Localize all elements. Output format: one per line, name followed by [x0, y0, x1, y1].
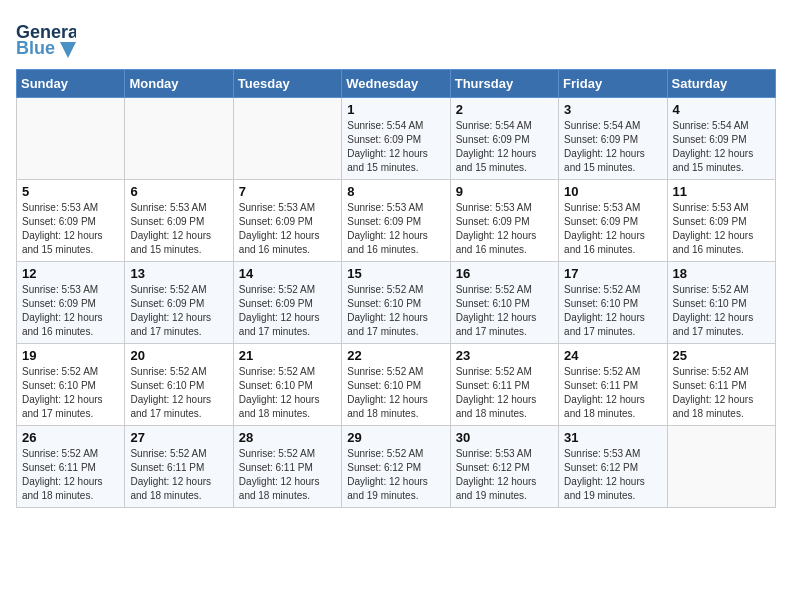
cell-info: Sunrise: 5:52 AM Sunset: 6:10 PM Dayligh…	[239, 365, 336, 421]
cell-info: Sunrise: 5:53 AM Sunset: 6:09 PM Dayligh…	[22, 283, 119, 339]
calendar-cell: 12Sunrise: 5:53 AM Sunset: 6:09 PM Dayli…	[17, 262, 125, 344]
day-number: 11	[673, 184, 770, 199]
day-number: 20	[130, 348, 227, 363]
day-number: 7	[239, 184, 336, 199]
cell-info: Sunrise: 5:52 AM Sunset: 6:11 PM Dayligh…	[130, 447, 227, 503]
day-number: 28	[239, 430, 336, 445]
day-header-saturday: Saturday	[667, 70, 775, 98]
day-number: 14	[239, 266, 336, 281]
day-number: 10	[564, 184, 661, 199]
day-number: 15	[347, 266, 444, 281]
day-number: 18	[673, 266, 770, 281]
cell-info: Sunrise: 5:52 AM Sunset: 6:10 PM Dayligh…	[564, 283, 661, 339]
cell-info: Sunrise: 5:53 AM Sunset: 6:09 PM Dayligh…	[239, 201, 336, 257]
calendar-cell: 7Sunrise: 5:53 AM Sunset: 6:09 PM Daylig…	[233, 180, 341, 262]
cell-info: Sunrise: 5:53 AM Sunset: 6:09 PM Dayligh…	[673, 201, 770, 257]
calendar-cell: 9Sunrise: 5:53 AM Sunset: 6:09 PM Daylig…	[450, 180, 558, 262]
calendar-cell: 23Sunrise: 5:52 AM Sunset: 6:11 PM Dayli…	[450, 344, 558, 426]
cell-info: Sunrise: 5:53 AM Sunset: 6:09 PM Dayligh…	[564, 201, 661, 257]
calendar-cell: 30Sunrise: 5:53 AM Sunset: 6:12 PM Dayli…	[450, 426, 558, 508]
cell-info: Sunrise: 5:52 AM Sunset: 6:11 PM Dayligh…	[239, 447, 336, 503]
logo: General Blue	[16, 16, 76, 61]
calendar-cell	[17, 98, 125, 180]
cell-info: Sunrise: 5:52 AM Sunset: 6:11 PM Dayligh…	[564, 365, 661, 421]
calendar-cell	[233, 98, 341, 180]
cell-info: Sunrise: 5:52 AM Sunset: 6:10 PM Dayligh…	[130, 365, 227, 421]
calendar-week-1: 1Sunrise: 5:54 AM Sunset: 6:09 PM Daylig…	[17, 98, 776, 180]
cell-info: Sunrise: 5:52 AM Sunset: 6:10 PM Dayligh…	[456, 283, 553, 339]
calendar-cell	[667, 426, 775, 508]
svg-marker-2	[60, 42, 76, 58]
calendar-cell: 5Sunrise: 5:53 AM Sunset: 6:09 PM Daylig…	[17, 180, 125, 262]
calendar-cell: 17Sunrise: 5:52 AM Sunset: 6:10 PM Dayli…	[559, 262, 667, 344]
calendar-cell: 21Sunrise: 5:52 AM Sunset: 6:10 PM Dayli…	[233, 344, 341, 426]
calendar-cell: 2Sunrise: 5:54 AM Sunset: 6:09 PM Daylig…	[450, 98, 558, 180]
day-number: 9	[456, 184, 553, 199]
cell-info: Sunrise: 5:52 AM Sunset: 6:12 PM Dayligh…	[347, 447, 444, 503]
calendar-cell: 10Sunrise: 5:53 AM Sunset: 6:09 PM Dayli…	[559, 180, 667, 262]
calendar-cell: 27Sunrise: 5:52 AM Sunset: 6:11 PM Dayli…	[125, 426, 233, 508]
calendar-cell: 18Sunrise: 5:52 AM Sunset: 6:10 PM Dayli…	[667, 262, 775, 344]
calendar-cell: 26Sunrise: 5:52 AM Sunset: 6:11 PM Dayli…	[17, 426, 125, 508]
calendar-cell: 8Sunrise: 5:53 AM Sunset: 6:09 PM Daylig…	[342, 180, 450, 262]
day-header-tuesday: Tuesday	[233, 70, 341, 98]
logo-icon: General Blue	[16, 16, 76, 61]
day-header-thursday: Thursday	[450, 70, 558, 98]
cell-info: Sunrise: 5:54 AM Sunset: 6:09 PM Dayligh…	[347, 119, 444, 175]
calendar-cell: 11Sunrise: 5:53 AM Sunset: 6:09 PM Dayli…	[667, 180, 775, 262]
cell-info: Sunrise: 5:52 AM Sunset: 6:11 PM Dayligh…	[22, 447, 119, 503]
calendar-cell: 19Sunrise: 5:52 AM Sunset: 6:10 PM Dayli…	[17, 344, 125, 426]
calendar-cell: 15Sunrise: 5:52 AM Sunset: 6:10 PM Dayli…	[342, 262, 450, 344]
calendar-cell: 24Sunrise: 5:52 AM Sunset: 6:11 PM Dayli…	[559, 344, 667, 426]
cell-info: Sunrise: 5:53 AM Sunset: 6:09 PM Dayligh…	[456, 201, 553, 257]
day-number: 17	[564, 266, 661, 281]
day-number: 12	[22, 266, 119, 281]
day-number: 16	[456, 266, 553, 281]
day-number: 26	[22, 430, 119, 445]
day-number: 6	[130, 184, 227, 199]
cell-info: Sunrise: 5:52 AM Sunset: 6:10 PM Dayligh…	[22, 365, 119, 421]
calendar-week-4: 19Sunrise: 5:52 AM Sunset: 6:10 PM Dayli…	[17, 344, 776, 426]
cell-info: Sunrise: 5:54 AM Sunset: 6:09 PM Dayligh…	[456, 119, 553, 175]
cell-info: Sunrise: 5:53 AM Sunset: 6:09 PM Dayligh…	[130, 201, 227, 257]
calendar-table: SundayMondayTuesdayWednesdayThursdayFrid…	[16, 69, 776, 508]
day-number: 30	[456, 430, 553, 445]
cell-info: Sunrise: 5:53 AM Sunset: 6:12 PM Dayligh…	[564, 447, 661, 503]
calendar-cell: 22Sunrise: 5:52 AM Sunset: 6:10 PM Dayli…	[342, 344, 450, 426]
calendar-week-5: 26Sunrise: 5:52 AM Sunset: 6:11 PM Dayli…	[17, 426, 776, 508]
day-number: 3	[564, 102, 661, 117]
cell-info: Sunrise: 5:53 AM Sunset: 6:12 PM Dayligh…	[456, 447, 553, 503]
day-number: 21	[239, 348, 336, 363]
cell-info: Sunrise: 5:53 AM Sunset: 6:09 PM Dayligh…	[22, 201, 119, 257]
day-number: 13	[130, 266, 227, 281]
calendar-header: SundayMondayTuesdayWednesdayThursdayFrid…	[17, 70, 776, 98]
calendar-body: 1Sunrise: 5:54 AM Sunset: 6:09 PM Daylig…	[17, 98, 776, 508]
calendar-cell: 16Sunrise: 5:52 AM Sunset: 6:10 PM Dayli…	[450, 262, 558, 344]
day-number: 27	[130, 430, 227, 445]
day-number: 1	[347, 102, 444, 117]
cell-info: Sunrise: 5:52 AM Sunset: 6:11 PM Dayligh…	[673, 365, 770, 421]
day-number: 29	[347, 430, 444, 445]
day-number: 8	[347, 184, 444, 199]
calendar-cell: 3Sunrise: 5:54 AM Sunset: 6:09 PM Daylig…	[559, 98, 667, 180]
cell-info: Sunrise: 5:52 AM Sunset: 6:09 PM Dayligh…	[239, 283, 336, 339]
cell-info: Sunrise: 5:52 AM Sunset: 6:09 PM Dayligh…	[130, 283, 227, 339]
svg-text:Blue: Blue	[16, 38, 55, 58]
calendar-cell: 28Sunrise: 5:52 AM Sunset: 6:11 PM Dayli…	[233, 426, 341, 508]
day-number: 5	[22, 184, 119, 199]
cell-info: Sunrise: 5:52 AM Sunset: 6:10 PM Dayligh…	[347, 365, 444, 421]
day-header-sunday: Sunday	[17, 70, 125, 98]
calendar-cell: 4Sunrise: 5:54 AM Sunset: 6:09 PM Daylig…	[667, 98, 775, 180]
day-number: 31	[564, 430, 661, 445]
day-number: 25	[673, 348, 770, 363]
day-number: 23	[456, 348, 553, 363]
calendar-cell	[125, 98, 233, 180]
day-number: 19	[22, 348, 119, 363]
cell-info: Sunrise: 5:52 AM Sunset: 6:11 PM Dayligh…	[456, 365, 553, 421]
day-header-monday: Monday	[125, 70, 233, 98]
calendar-week-3: 12Sunrise: 5:53 AM Sunset: 6:09 PM Dayli…	[17, 262, 776, 344]
cell-info: Sunrise: 5:53 AM Sunset: 6:09 PM Dayligh…	[347, 201, 444, 257]
cell-info: Sunrise: 5:52 AM Sunset: 6:10 PM Dayligh…	[673, 283, 770, 339]
cell-info: Sunrise: 5:52 AM Sunset: 6:10 PM Dayligh…	[347, 283, 444, 339]
calendar-cell: 1Sunrise: 5:54 AM Sunset: 6:09 PM Daylig…	[342, 98, 450, 180]
